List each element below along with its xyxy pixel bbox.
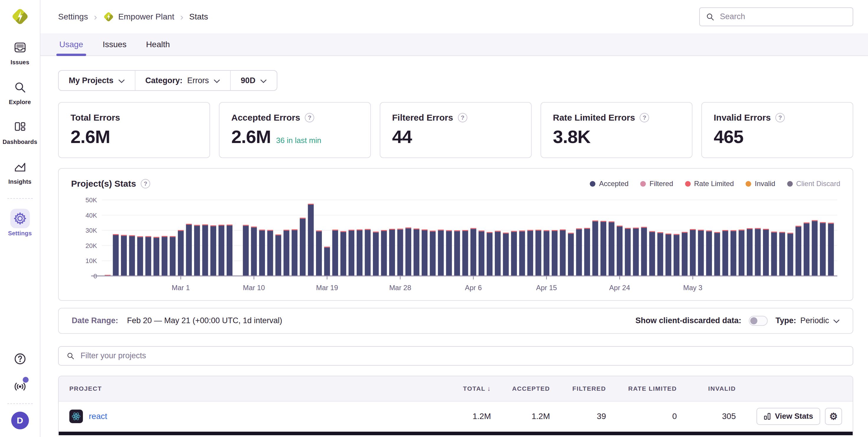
client-discard-toggle-label: Show client-discarded data: xyxy=(636,316,741,325)
svg-text:Mar 1: Mar 1 xyxy=(172,284,190,292)
svg-text:Apr 15: Apr 15 xyxy=(536,284,557,292)
sidebar-item-issues[interactable]: Issues xyxy=(0,38,40,66)
sidebar-item-dashboards[interactable]: Dashboards xyxy=(0,117,40,145)
filter-segmented-control: My Projects Category: Errors 90D xyxy=(58,70,277,91)
category-value: Errors xyxy=(187,76,209,85)
circle-question-icon[interactable]: ? xyxy=(458,113,467,122)
gear-icon: ⚙ xyxy=(829,412,838,421)
column-header-accepted[interactable]: ACCEPTED xyxy=(491,385,550,392)
type-value: Periodic xyxy=(800,316,829,325)
svg-text:30K: 30K xyxy=(86,227,97,234)
chevron-down-icon xyxy=(214,76,220,85)
breadcrumb-item-organization[interactable]: Empower Plant xyxy=(103,11,174,23)
projects-filter-input[interactable] xyxy=(80,351,845,361)
column-header-total[interactable]: TOTAL↓ xyxy=(429,385,491,393)
project-selector-dropdown[interactable]: My Projects xyxy=(59,71,135,90)
legend-item-filtered[interactable]: Filtered xyxy=(640,179,673,188)
svg-text:40K: 40K xyxy=(86,212,97,219)
main-area: Settings › Empower Plant › xyxy=(40,0,868,437)
circle-question-icon[interactable]: ? xyxy=(305,113,314,122)
user-avatar[interactable]: D xyxy=(11,412,29,429)
legend-label: Filtered xyxy=(649,179,673,188)
stat-card-rate-limited-errors: Rate Limited Errors ? 3.8K xyxy=(540,102,692,158)
legend-item-accepted[interactable]: Accepted xyxy=(590,179,628,188)
breadcrumb: Settings › Empower Plant › xyxy=(58,11,208,23)
sidebar-divider xyxy=(7,198,33,199)
project-selector-label: My Projects xyxy=(69,76,114,85)
stat-card-value: 2.6M xyxy=(70,126,110,147)
insights-icon xyxy=(10,157,30,177)
view-stats-button[interactable]: View Stats xyxy=(756,408,820,425)
legend-label: Client Discard xyxy=(796,179,840,188)
legend-dot xyxy=(685,181,691,187)
period-filter-dropdown[interactable]: 90D xyxy=(230,71,277,90)
whats-new-broadcast-button[interactable] xyxy=(10,376,30,396)
column-header-rate-limited[interactable]: RATE LIMITED xyxy=(606,385,677,392)
filter-bar: My Projects Category: Errors 90D xyxy=(58,70,853,91)
project-settings-button[interactable]: ⚙ xyxy=(825,408,842,425)
breadcrumb-item-settings[interactable]: Settings xyxy=(58,12,88,22)
svg-text:Mar 19: Mar 19 xyxy=(316,284,338,292)
tab-usage[interactable]: Usage xyxy=(58,33,84,56)
search-icon xyxy=(10,77,30,97)
column-header-filtered[interactable]: FILTERED xyxy=(550,385,606,392)
category-filter-dropdown[interactable]: Category: Errors xyxy=(135,71,230,90)
projects-stats-bar-chart: 010K20K30K40K50KMar 1Mar 10Mar 19Mar 28A… xyxy=(71,193,840,298)
breadcrumb-item-stats: Stats xyxy=(189,12,208,22)
client-discard-toggle[interactable] xyxy=(749,316,768,326)
stat-card-title: Invalid Errors xyxy=(714,113,771,123)
svg-text:May 3: May 3 xyxy=(683,284,702,292)
help-button[interactable] xyxy=(10,349,30,369)
view-stats-label: View Stats xyxy=(775,412,813,421)
stat-card-value: 2.6M xyxy=(231,126,271,147)
project-link[interactable]: react xyxy=(89,412,107,421)
sidebar-item-label: Issues xyxy=(11,59,29,66)
cell-total: 1.2M xyxy=(429,412,491,421)
breadcrumb-org-label: Empower Plant xyxy=(118,12,174,22)
sidebar-item-insights[interactable]: Insights xyxy=(0,157,40,185)
sort-desc-icon: ↓ xyxy=(487,385,491,392)
stat-card-title: Total Errors xyxy=(70,113,120,123)
app-root: Issues Explore Dashboards xyxy=(0,0,868,437)
legend-dot xyxy=(787,181,793,187)
type-dropdown[interactable]: Type: Periodic xyxy=(775,316,840,325)
chevron-down-icon xyxy=(118,76,125,85)
stat-card-title: Rate Limited Errors xyxy=(553,113,635,123)
circle-question-icon[interactable]: ? xyxy=(640,113,649,122)
stat-card-value: 465 xyxy=(714,126,743,147)
sentry-org-logo-icon[interactable] xyxy=(11,7,30,26)
tab-health[interactable]: Health xyxy=(145,33,171,56)
circle-question-icon[interactable]: ? xyxy=(141,179,150,189)
sidebar-item-explore[interactable]: Explore xyxy=(0,77,40,106)
cell-invalid: 305 xyxy=(677,412,736,421)
legend-label: Invalid xyxy=(755,179,775,188)
svg-text:Apr 24: Apr 24 xyxy=(609,284,630,292)
cell-filtered: 39 xyxy=(550,412,606,421)
org-icon xyxy=(103,11,114,23)
chart-title: Project(s) Stats xyxy=(71,179,136,189)
cell-rate-limited: 0 xyxy=(606,412,677,421)
period-label: 90D xyxy=(241,76,255,85)
svg-text:50K: 50K xyxy=(86,196,97,204)
sidebar-item-label: Dashboards xyxy=(3,139,37,145)
sidebar-item-settings[interactable]: Settings xyxy=(0,209,40,237)
react-platform-icon xyxy=(69,410,83,423)
column-header-project[interactable]: PROJECT xyxy=(69,385,429,392)
sidebar-item-label: Insights xyxy=(8,178,31,185)
column-header-invalid[interactable]: INVALID xyxy=(677,385,736,392)
legend-item-client-discard[interactable]: Client Discard xyxy=(787,179,840,188)
top-header: Settings › Empower Plant › xyxy=(40,0,868,33)
circle-question-icon[interactable]: ? xyxy=(775,113,785,122)
tab-issues[interactable]: Issues xyxy=(101,33,128,56)
stat-card-value: 44 xyxy=(392,126,412,147)
bottom-cutoff-strip xyxy=(59,432,852,435)
global-search-input[interactable] xyxy=(719,12,847,22)
stat-card-filtered-errors: Filtered Errors ? 44 xyxy=(380,102,532,158)
table-row: react 1.2M 1.2M 39 0 305 View Stats xyxy=(59,402,852,432)
stats-cards-row: Total Errors 2.6M Accepted Errors ? 2.6M… xyxy=(58,102,853,158)
legend-item-invalid[interactable]: Invalid xyxy=(746,179,775,188)
legend-item-rate-limited[interactable]: Rate Limited xyxy=(685,179,734,188)
projects-filter xyxy=(58,346,853,366)
breadcrumb-separator: › xyxy=(180,12,184,22)
svg-text:20K: 20K xyxy=(86,242,97,249)
